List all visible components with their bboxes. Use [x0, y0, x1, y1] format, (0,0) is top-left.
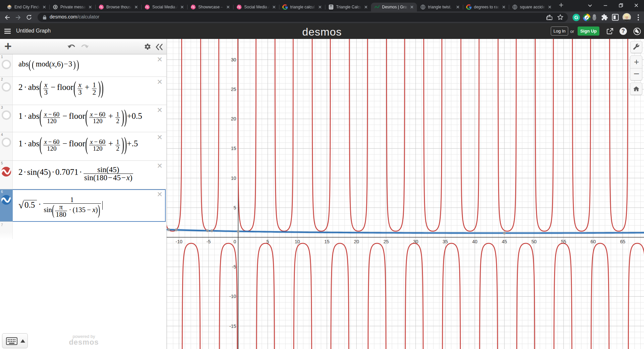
svg-text:20: 20: [354, 239, 359, 244]
svg-text:50: 50: [531, 239, 537, 244]
svg-text:20: 20: [231, 116, 236, 121]
svg-text:65: 65: [620, 239, 626, 244]
svg-text:25: 25: [231, 87, 236, 92]
svg-text:10: 10: [231, 176, 236, 181]
svg-text:15: 15: [231, 146, 236, 151]
svg-text:40: 40: [472, 239, 478, 244]
svg-text:-5: -5: [207, 239, 211, 244]
svg-text:10: 10: [295, 239, 300, 244]
svg-text:0: 0: [233, 239, 236, 244]
svg-text:-15: -15: [229, 323, 236, 329]
svg-text:-10: -10: [175, 239, 182, 244]
svg-text:5: 5: [233, 205, 236, 210]
svg-text:25: 25: [383, 239, 389, 244]
svg-text:30: 30: [231, 57, 236, 62]
svg-text:35: 35: [443, 239, 448, 244]
svg-text:-5: -5: [232, 264, 236, 269]
svg-text:15: 15: [324, 239, 330, 244]
svg-text:45: 45: [502, 239, 507, 244]
svg-text:-10: -10: [229, 294, 236, 299]
svg-text:60: 60: [591, 239, 596, 244]
